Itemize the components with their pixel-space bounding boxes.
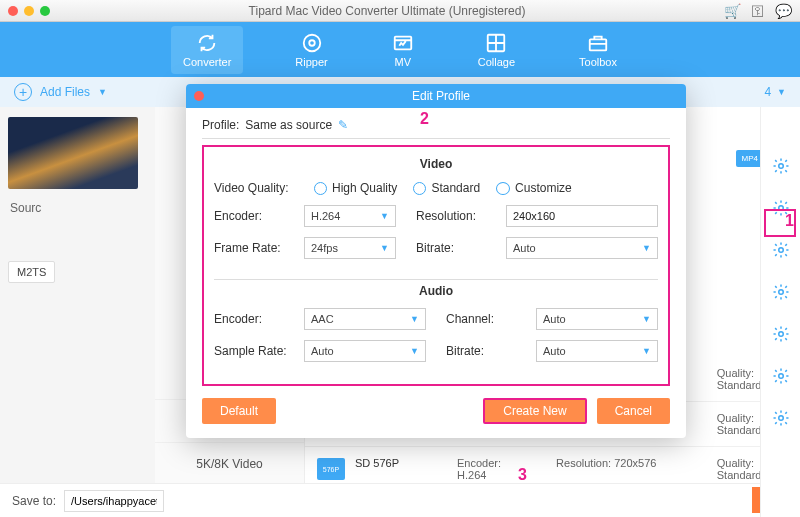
nav-collage[interactable]: Collage xyxy=(466,26,527,74)
nav-toolbox[interactable]: Toolbox xyxy=(567,26,629,74)
output-format-label: MP4 xyxy=(742,154,758,163)
create-new-button[interactable]: Create New xyxy=(483,398,586,424)
nav-converter-label: Converter xyxy=(183,56,231,68)
chevron-down-icon: ▼ xyxy=(642,243,651,253)
titlebar: Tipard Mac Video Converter Ultimate (Unr… xyxy=(0,0,800,22)
close-icon[interactable] xyxy=(194,91,204,101)
cancel-button[interactable]: Cancel xyxy=(597,398,670,424)
source-panel: Sourc M2TS xyxy=(0,107,155,517)
settings-rail xyxy=(760,107,800,517)
gear-icon[interactable] xyxy=(772,283,790,301)
close-icon[interactable] xyxy=(8,6,18,16)
audio-encoder-select[interactable]: AAC▼ xyxy=(304,308,426,330)
select-value: Auto xyxy=(543,345,566,357)
svg-point-5 xyxy=(778,164,783,169)
page-indicator-value: 4 xyxy=(764,85,771,99)
svg-point-1 xyxy=(309,40,315,46)
chevron-down-icon: ▼ xyxy=(777,87,786,97)
save-to-bar: Save to: xyxy=(0,483,760,517)
pencil-icon[interactable]: ✎ xyxy=(338,118,348,132)
svg-point-8 xyxy=(778,290,783,295)
gear-icon[interactable] xyxy=(772,409,790,427)
nav-collage-label: Collage xyxy=(478,56,515,68)
annotation-1: 1 xyxy=(785,212,794,230)
convert-button[interactable] xyxy=(752,487,760,513)
select-value: 24fps xyxy=(311,242,338,254)
annotation-2: 2 xyxy=(420,110,429,128)
nav-converter[interactable]: Converter xyxy=(171,26,243,74)
add-files-button[interactable]: + Add Files ▼ xyxy=(14,83,107,101)
minimize-icon[interactable] xyxy=(24,6,34,16)
nav-mv[interactable]: MV xyxy=(380,26,426,74)
gear-icon[interactable] xyxy=(772,325,790,343)
collage-icon xyxy=(485,32,507,54)
select-value: Auto xyxy=(513,242,536,254)
top-nav: Converter Ripper MV Collage Toolbox xyxy=(0,22,800,77)
nav-ripper-label: Ripper xyxy=(295,56,327,68)
radio-label: Customize xyxy=(515,181,572,195)
key-icon[interactable]: ⚿ xyxy=(751,3,765,19)
page-indicator[interactable]: 4 ▼ xyxy=(764,85,786,99)
profile-value: Same as source xyxy=(245,118,332,132)
chevron-down-icon: ▼ xyxy=(410,346,419,356)
radio-high-quality[interactable]: High Quality xyxy=(314,181,397,195)
annotation-3: 3 xyxy=(518,466,527,484)
channel-select[interactable]: Auto▼ xyxy=(536,308,658,330)
video-bitrate-select[interactable]: Auto▼ xyxy=(506,237,658,259)
edit-profile-modal: Edit Profile Profile: Same as source ✎ V… xyxy=(186,84,686,438)
video-encoder-select[interactable]: H.264▼ xyxy=(304,205,396,227)
format-icon: 576P xyxy=(317,458,345,480)
video-thumbnail[interactable] xyxy=(8,117,138,189)
select-value: Auto xyxy=(311,345,334,357)
save-to-label: Save to: xyxy=(12,494,56,508)
svg-rect-4 xyxy=(590,39,607,50)
settings-section: Video Video Quality: High Quality Standa… xyxy=(202,145,670,386)
svg-point-9 xyxy=(778,332,783,337)
add-files-label: Add Files xyxy=(40,85,90,99)
modal-title: Edit Profile xyxy=(204,89,678,103)
svg-point-11 xyxy=(778,416,783,421)
resolution-input[interactable] xyxy=(506,205,658,227)
radio-label: Standard xyxy=(431,181,480,195)
video-quality-label: Video Quality: xyxy=(214,181,314,195)
profile-row: Profile: Same as source ✎ xyxy=(202,118,670,139)
chevron-down-icon: ▼ xyxy=(642,346,651,356)
sidebar-item-5k8k[interactable]: 5K/8K Video xyxy=(155,443,304,486)
video-encoder-label: Encoder: xyxy=(214,209,304,223)
gear-icon[interactable] xyxy=(772,367,790,385)
gear-icon[interactable] xyxy=(772,241,790,259)
audio-bitrate-label: Bitrate: xyxy=(446,344,536,358)
modal-header: Edit Profile xyxy=(186,84,686,108)
maximize-icon[interactable] xyxy=(40,6,50,16)
save-path-input[interactable] xyxy=(64,490,164,512)
toolbox-icon xyxy=(587,32,609,54)
sample-rate-select[interactable]: Auto▼ xyxy=(304,340,426,362)
chevron-down-icon: ▼ xyxy=(98,87,107,97)
title-actions: 🛒 ⚿ 💬 xyxy=(724,3,792,19)
default-button[interactable]: Default xyxy=(202,398,276,424)
audio-bitrate-select[interactable]: Auto▼ xyxy=(536,340,658,362)
nav-toolbox-label: Toolbox xyxy=(579,56,617,68)
format-encoder: Encoder: H.264 xyxy=(457,457,521,481)
svg-point-10 xyxy=(778,374,783,379)
nav-ripper[interactable]: Ripper xyxy=(283,26,339,74)
frame-rate-select[interactable]: 24fps▼ xyxy=(304,237,396,259)
radio-standard[interactable]: Standard xyxy=(413,181,480,195)
cart-icon[interactable]: 🛒 xyxy=(724,3,741,19)
select-value: AAC xyxy=(311,313,334,325)
nav-mv-label: MV xyxy=(394,56,411,68)
plus-icon: + xyxy=(14,83,32,101)
profile-label: Profile: xyxy=(202,118,239,132)
gear-icon[interactable] xyxy=(772,157,790,175)
sample-rate-label: Sample Rate: xyxy=(214,344,304,358)
chevron-down-icon: ▼ xyxy=(642,314,651,324)
select-value: Auto xyxy=(543,313,566,325)
radio-customize[interactable]: Customize xyxy=(496,181,572,195)
traffic-lights xyxy=(8,6,50,16)
audio-encoder-label: Encoder: xyxy=(214,312,304,326)
svg-point-0 xyxy=(303,34,320,51)
feedback-icon[interactable]: 💬 xyxy=(775,3,792,19)
svg-point-7 xyxy=(778,248,783,253)
video-bitrate-label: Bitrate: xyxy=(416,241,506,255)
chevron-down-icon: ▼ xyxy=(410,314,419,324)
